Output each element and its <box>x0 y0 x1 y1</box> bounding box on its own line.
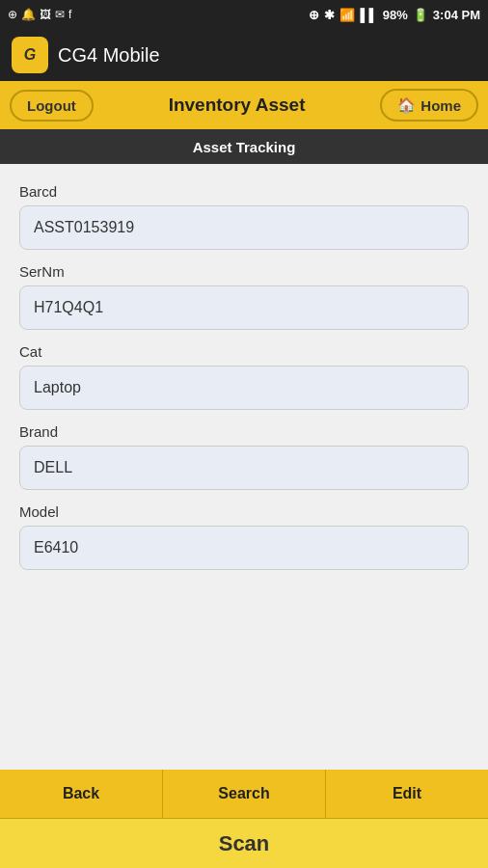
notification-icon: ⊕ <box>8 8 17 21</box>
status-bar: ⊕ 🔔 🖼 ✉ f ⊕ ✱ 📶 ▌▌ 98% 🔋 3:04 PM <box>0 0 488 29</box>
email-icon: ✉ <box>55 8 65 21</box>
sub-header: Asset Tracking <box>0 129 488 164</box>
signal-icon: ⊕ <box>309 8 319 22</box>
battery-percent: 98% <box>383 8 408 22</box>
logout-button[interactable]: Logout <box>10 90 94 122</box>
home-button[interactable]: 🏠 Home <box>380 89 478 122</box>
scan-bar[interactable]: Scan <box>0 818 488 868</box>
edit-button[interactable]: Edit <box>326 770 488 818</box>
field-input-sernm[interactable] <box>19 285 469 330</box>
field-label-barcd: Barcd <box>19 183 469 200</box>
app-header: G CG4 Mobile <box>0 29 488 81</box>
alarm-icon: 🔔 <box>21 8 36 21</box>
page-title: Inventory Asset <box>169 95 306 116</box>
field-label-model: Model <box>19 503 469 520</box>
scan-button[interactable]: Scan <box>0 819 488 868</box>
bottom-nav: Back Search Edit <box>0 770 488 818</box>
field-group-model: Model <box>19 503 469 570</box>
home-icon: 🏠 <box>397 96 416 114</box>
search-button[interactable]: Search <box>163 770 326 818</box>
wifi-icon: 📶 <box>339 8 355 22</box>
field-input-barcd[interactable] <box>19 205 469 250</box>
status-icons: ⊕ 🔔 🖼 ✉ f <box>8 8 71 21</box>
main-content: BarcdSerNmCatBrandModel <box>0 164 488 770</box>
app-logo: G <box>12 37 48 73</box>
sub-header-title: Asset Tracking <box>193 139 296 155</box>
home-label: Home <box>420 97 461 114</box>
field-label-sernm: SerNm <box>19 263 469 280</box>
field-input-cat[interactable] <box>19 366 469 410</box>
signal-bars-icon: ▌▌ <box>360 8 377 22</box>
clock: 3:04 PM <box>433 8 480 22</box>
field-input-model[interactable] <box>19 526 469 570</box>
field-label-brand: Brand <box>19 423 469 440</box>
field-label-cat: Cat <box>19 343 469 360</box>
back-button[interactable]: Back <box>0 770 163 818</box>
app-title: CG4 Mobile <box>58 44 160 67</box>
field-input-brand[interactable] <box>19 446 469 490</box>
battery-icon: 🔋 <box>413 8 428 22</box>
field-group-sernm: SerNm <box>19 263 469 330</box>
bluetooth-icon: ✱ <box>324 8 335 22</box>
field-group-barcd: Barcd <box>19 183 469 250</box>
facebook-icon: f <box>68 8 71 21</box>
image-icon: 🖼 <box>40 8 51 21</box>
logo-text: G <box>24 46 36 64</box>
field-group-cat: Cat <box>19 343 469 410</box>
nav-bar: Logout Inventory Asset 🏠 Home <box>0 81 488 129</box>
field-group-brand: Brand <box>19 423 469 490</box>
status-right: ⊕ ✱ 📶 ▌▌ 98% 🔋 3:04 PM <box>309 8 480 22</box>
